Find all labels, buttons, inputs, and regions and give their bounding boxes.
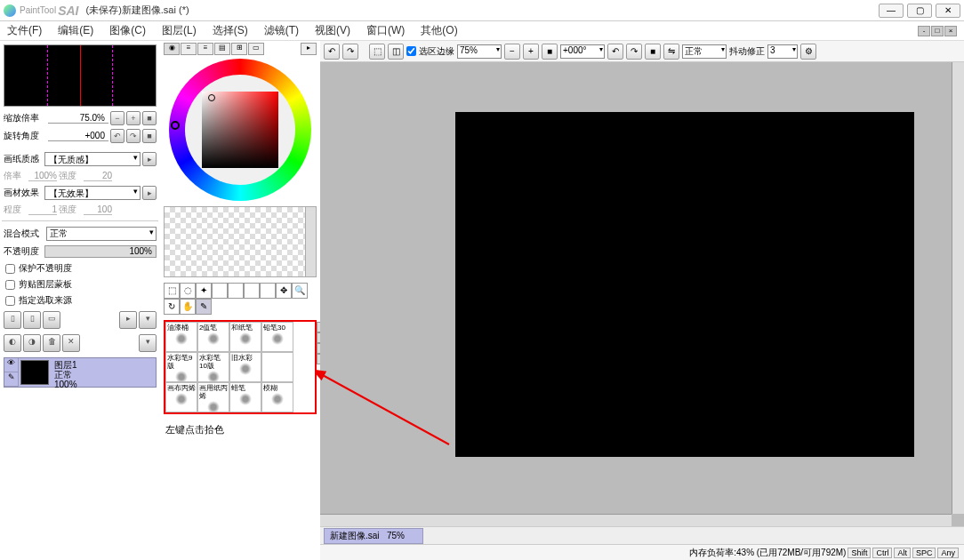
rotate-tool[interactable]: ↻ (164, 299, 180, 315)
menu-other[interactable]: 其他(O) (421, 23, 457, 38)
flip-h-button[interactable]: ⇋ (663, 44, 679, 60)
spare-tool-3[interactable] (244, 283, 260, 299)
canvas-v-scrollbar[interactable] (952, 62, 964, 514)
document-tab[interactable]: 新建图像.sai 75% (324, 528, 423, 544)
menu-edit[interactable]: 编辑(E) (58, 23, 93, 38)
menu-window[interactable]: 窗口(W) (366, 23, 405, 38)
color-rgb-mode-icon[interactable]: ≡ (181, 43, 197, 55)
swatch-scrollbar[interactable] (305, 207, 316, 276)
menu-layer[interactable]: 图层(L) (162, 23, 197, 38)
zoom-value[interactable]: 75.0% (48, 113, 108, 124)
new-vector-layer-button[interactable]: ▯ (23, 311, 41, 329)
menu-file[interactable]: 文件(F) (7, 23, 42, 38)
color-gray-mode-icon[interactable]: ▤ (214, 43, 230, 55)
swatch-panel[interactable] (164, 206, 317, 277)
canvas-viewport[interactable] (320, 62, 964, 526)
eyedropper-tool[interactable]: ✎ (196, 299, 212, 315)
brush-watercolor10[interactable]: 水彩笔10版 (197, 352, 229, 382)
canvas-zoom-in-button[interactable]: + (523, 44, 539, 60)
clear-layer-button[interactable]: ✕ (62, 334, 80, 352)
menu-filter[interactable]: 滤镜(T) (264, 23, 299, 38)
new-folder-button[interactable]: ▭ (43, 311, 60, 329)
brush-bucket[interactable]: 油漆桶 (165, 322, 197, 352)
maximize-button[interactable]: ▢ (907, 4, 932, 18)
stabilizer-settings-button[interactable]: ⚙ (800, 44, 816, 60)
canvas-angle-select[interactable]: +000° (560, 44, 605, 59)
move-tool[interactable]: ✥ (276, 283, 292, 299)
layer-item[interactable]: 👁✎ 图层1 正常 100% (4, 357, 157, 388)
brush-empty[interactable] (261, 352, 293, 382)
visibility-icon[interactable]: 👁 (4, 358, 18, 372)
mdi-close-button[interactable]: × (944, 26, 957, 36)
canvas-rotate-ccw-button[interactable]: ↶ (607, 44, 623, 60)
minimize-button[interactable]: — (879, 4, 904, 18)
color-scratch-mode-icon[interactable]: ▭ (248, 43, 264, 55)
color-panel-menu-button[interactable]: ▸ (301, 43, 317, 55)
edit-icon[interactable]: ✎ (4, 372, 18, 387)
zoom-out-button[interactable]: − (110, 111, 125, 125)
invert-sel-button[interactable]: ◫ (388, 44, 404, 60)
merge-button[interactable]: ▾ (139, 311, 157, 329)
canvas-zoom-out-button[interactable]: − (504, 44, 520, 60)
color-square[interactable] (202, 92, 278, 168)
hue-picker-icon[interactable] (171, 121, 180, 130)
mdi-restore-button[interactable]: □ (931, 26, 944, 36)
protect-opacity-checkbox[interactable]: 保护不透明度 (5, 262, 155, 275)
stabilizer-select[interactable]: 3 (767, 44, 798, 59)
magic-wand-tool[interactable]: ✦ (196, 283, 212, 299)
canvas[interactable] (455, 112, 914, 457)
canvas-zoom-select[interactable]: 75% (457, 44, 502, 59)
canvas-zoom-fit-button[interactable]: ■ (542, 44, 558, 60)
menu-view[interactable]: 视图(V) (315, 23, 350, 38)
selection-border-checkbox[interactable] (406, 46, 416, 56)
select-source-checkbox[interactable]: 指定选取来源 (5, 294, 155, 307)
canvas-mode-select[interactable]: 正常 (682, 44, 727, 59)
brush-watercolor9[interactable]: 水彩笔9版 (165, 352, 197, 382)
zoom-in-button[interactable]: + (126, 111, 141, 125)
clip-mask-checkbox[interactable]: 剪贴图层蒙板 (5, 278, 155, 291)
transfer-button[interactable]: ▸ (119, 311, 137, 329)
brush-canvas-acrylic[interactable]: 画布丙烯 (165, 382, 197, 412)
select-rect-tool[interactable]: ⬚ (164, 283, 180, 299)
paper-quality-select[interactable]: 【无质感】 (44, 152, 141, 166)
color-wheel[interactable] (169, 59, 311, 201)
zoom-tool[interactable]: 🔍 (292, 283, 308, 299)
brush-pencil30[interactable]: 铅笔30 (261, 322, 293, 352)
rotate-value[interactable]: +000 (48, 131, 108, 141)
undo-button[interactable]: ↶ (324, 44, 340, 60)
apply-mask-button[interactable]: ◑ (23, 334, 41, 352)
new-layer-button[interactable]: ▯ (4, 311, 21, 329)
add-mask-button[interactable]: ◐ (4, 334, 21, 352)
mdi-minimize-button[interactable]: - (918, 26, 930, 36)
effect-select[interactable]: 【无效果】 (44, 186, 141, 200)
delete-layer-button[interactable]: 🗑 (43, 334, 60, 352)
paper-quality-menu-button[interactable]: ▸ (142, 152, 157, 166)
spare-tool-4[interactable] (260, 283, 276, 299)
color-wheel-mode-icon[interactable]: ◉ (164, 43, 180, 55)
spare-tool-2[interactable] (228, 283, 244, 299)
rotate-reset-button[interactable]: ■ (142, 129, 157, 143)
sv-picker-icon[interactable] (208, 94, 215, 101)
opacity-slider[interactable]: 100% (44, 245, 157, 258)
flatten-button[interactable]: ▾ (139, 334, 157, 352)
brush-oldwater[interactable]: 旧水彩 (229, 352, 261, 382)
color-hsv-mode-icon[interactable]: ≡ (197, 43, 213, 55)
canvas-h-scrollbar[interactable] (320, 514, 952, 526)
redo-button[interactable]: ↷ (342, 44, 358, 60)
menu-image[interactable]: 图像(C) (109, 23, 146, 38)
effect-menu-button[interactable]: ▸ (142, 186, 157, 200)
lasso-tool[interactable]: ◌ (180, 283, 196, 299)
color-swatch-mode-icon[interactable]: ⊞ (231, 43, 247, 55)
blend-mode-select[interactable]: 正常 (46, 227, 157, 241)
brush-washi[interactable]: 和纸笔 (229, 322, 261, 352)
canvas-rotate-reset-button[interactable]: ■ (645, 44, 661, 60)
deselect-button[interactable]: ⬚ (369, 44, 385, 60)
brush-binary[interactable]: 2值笔 (197, 322, 229, 352)
hand-tool[interactable]: ✋ (180, 299, 196, 315)
brush-crayon[interactable]: 蜡笔 (229, 382, 261, 412)
menu-select[interactable]: 选择(S) (213, 23, 248, 38)
rotate-ccw-button[interactable]: ↶ (110, 129, 125, 143)
spare-tool-1[interactable] (212, 283, 228, 299)
zoom-reset-button[interactable]: ■ (142, 111, 157, 125)
canvas-rotate-cw-button[interactable]: ↷ (626, 44, 642, 60)
